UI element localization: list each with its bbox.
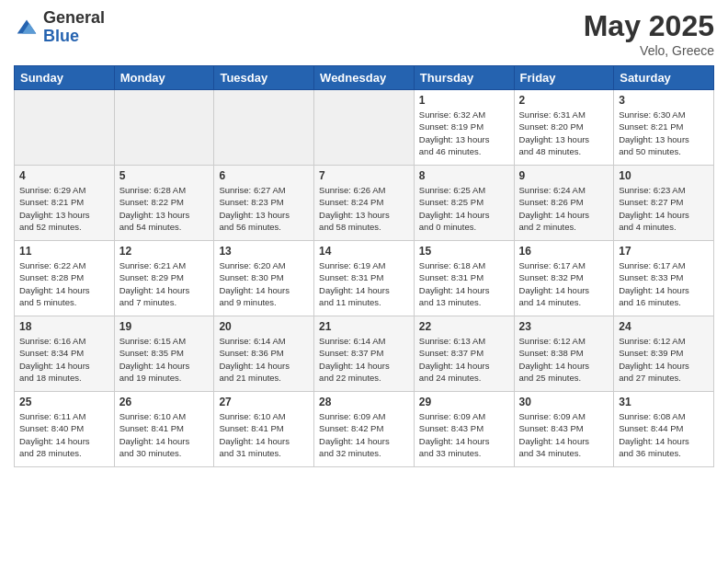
day-info: Sunrise: 6:10 AM Sunset: 8:41 PM Dayligh… [219, 410, 309, 459]
day-number: 13 [219, 245, 309, 258]
day-info: Sunrise: 6:16 AM Sunset: 8:34 PM Dayligh… [19, 335, 109, 384]
calendar-week-4: 18Sunrise: 6:16 AM Sunset: 8:34 PM Dayli… [15, 316, 714, 392]
day-number: 30 [519, 396, 609, 408]
day-info: Sunrise: 6:26 AM Sunset: 8:24 PM Dayligh… [319, 184, 409, 233]
calendar-cell: 2Sunrise: 6:31 AM Sunset: 8:20 PM Daylig… [514, 90, 614, 166]
day-number: 26 [119, 396, 210, 408]
day-info: Sunrise: 6:17 AM Sunset: 8:33 PM Dayligh… [619, 259, 709, 308]
day-number: 17 [619, 245, 709, 258]
day-number: 15 [419, 245, 509, 258]
calendar-cell: 1Sunrise: 6:32 AM Sunset: 8:19 PM Daylig… [414, 90, 514, 166]
calendar-cell: 28Sunrise: 6:09 AM Sunset: 8:42 PM Dayli… [314, 392, 415, 467]
day-info: Sunrise: 6:29 AM Sunset: 8:21 PM Dayligh… [19, 184, 109, 233]
calendar-cell [314, 90, 415, 166]
day-info: Sunrise: 6:31 AM Sunset: 8:20 PM Dayligh… [519, 109, 609, 157]
calendar-cell: 9Sunrise: 6:24 AM Sunset: 8:26 PM Daylig… [514, 166, 614, 241]
calendar-cell: 7Sunrise: 6:26 AM Sunset: 8:24 PM Daylig… [314, 166, 415, 241]
calendar-cell: 8Sunrise: 6:25 AM Sunset: 8:25 PM Daylig… [414, 166, 514, 241]
calendar-cell: 18Sunrise: 6:16 AM Sunset: 8:34 PM Dayli… [15, 316, 115, 392]
day-info: Sunrise: 6:24 AM Sunset: 8:26 PM Dayligh… [519, 184, 609, 233]
day-number: 9 [519, 169, 609, 182]
day-info: Sunrise: 6:09 AM Sunset: 8:43 PM Dayligh… [519, 410, 609, 459]
day-info: Sunrise: 6:27 AM Sunset: 8:23 PM Dayligh… [219, 184, 309, 233]
logo-blue-text: Blue [43, 28, 105, 46]
day-number: 27 [219, 396, 309, 408]
day-info: Sunrise: 6:14 AM Sunset: 8:37 PM Dayligh… [319, 335, 409, 384]
calendar-cell: 14Sunrise: 6:19 AM Sunset: 8:31 PM Dayli… [314, 241, 415, 316]
day-info: Sunrise: 6:19 AM Sunset: 8:31 PM Dayligh… [319, 259, 409, 308]
col-tuesday: Tuesday [214, 66, 314, 90]
calendar-cell: 31Sunrise: 6:08 AM Sunset: 8:44 PM Dayli… [614, 392, 714, 467]
col-wednesday: Wednesday [314, 66, 415, 90]
month-title: May 2025 [584, 9, 714, 43]
calendar-cell: 23Sunrise: 6:12 AM Sunset: 8:38 PM Dayli… [514, 316, 614, 392]
day-info: Sunrise: 6:10 AM Sunset: 8:41 PM Dayligh… [119, 410, 210, 459]
header: General Blue May 2025 Velo, Greece [14, 9, 714, 58]
col-thursday: Thursday [414, 66, 514, 90]
day-number: 16 [519, 245, 609, 258]
day-info: Sunrise: 6:15 AM Sunset: 8:35 PM Dayligh… [119, 335, 210, 384]
calendar-cell: 16Sunrise: 6:17 AM Sunset: 8:32 PM Dayli… [514, 241, 614, 316]
day-info: Sunrise: 6:14 AM Sunset: 8:36 PM Dayligh… [219, 335, 309, 384]
day-info: Sunrise: 6:11 AM Sunset: 8:40 PM Dayligh… [19, 410, 109, 459]
day-number: 7 [319, 169, 409, 182]
location-subtitle: Velo, Greece [584, 43, 714, 58]
day-info: Sunrise: 6:22 AM Sunset: 8:28 PM Dayligh… [19, 259, 109, 308]
day-info: Sunrise: 6:28 AM Sunset: 8:22 PM Dayligh… [119, 184, 210, 233]
calendar-cell: 24Sunrise: 6:12 AM Sunset: 8:39 PM Dayli… [614, 316, 714, 392]
day-number: 14 [319, 245, 409, 258]
calendar-week-5: 25Sunrise: 6:11 AM Sunset: 8:40 PM Dayli… [15, 392, 714, 467]
day-number: 12 [119, 245, 210, 258]
day-number: 29 [419, 396, 509, 408]
day-number: 18 [19, 320, 109, 333]
calendar-cell: 26Sunrise: 6:10 AM Sunset: 8:41 PM Dayli… [114, 392, 214, 467]
calendar-table: Sunday Monday Tuesday Wednesday Thursday… [14, 65, 714, 467]
day-number: 3 [619, 94, 709, 107]
day-info: Sunrise: 6:17 AM Sunset: 8:32 PM Dayligh… [519, 259, 609, 308]
calendar-week-2: 4Sunrise: 6:29 AM Sunset: 8:21 PM Daylig… [15, 166, 714, 241]
logo-text: General Blue [43, 9, 105, 46]
calendar-cell: 25Sunrise: 6:11 AM Sunset: 8:40 PM Dayli… [15, 392, 115, 467]
calendar-cell: 15Sunrise: 6:18 AM Sunset: 8:31 PM Dayli… [414, 241, 514, 316]
day-number: 4 [19, 169, 109, 182]
day-info: Sunrise: 6:23 AM Sunset: 8:27 PM Dayligh… [619, 184, 709, 233]
calendar-cell: 22Sunrise: 6:13 AM Sunset: 8:37 PM Dayli… [414, 316, 514, 392]
day-info: Sunrise: 6:12 AM Sunset: 8:38 PM Dayligh… [519, 335, 609, 384]
calendar-cell: 27Sunrise: 6:10 AM Sunset: 8:41 PM Dayli… [214, 392, 314, 467]
calendar-cell: 19Sunrise: 6:15 AM Sunset: 8:35 PM Dayli… [114, 316, 214, 392]
calendar-week-1: 1Sunrise: 6:32 AM Sunset: 8:19 PM Daylig… [15, 90, 714, 166]
calendar-cell: 10Sunrise: 6:23 AM Sunset: 8:27 PM Dayli… [614, 166, 714, 241]
calendar-cell: 4Sunrise: 6:29 AM Sunset: 8:21 PM Daylig… [15, 166, 115, 241]
day-info: Sunrise: 6:08 AM Sunset: 8:44 PM Dayligh… [619, 410, 709, 459]
col-friday: Friday [514, 66, 614, 90]
calendar-cell [214, 90, 314, 166]
title-block: May 2025 Velo, Greece [584, 9, 714, 58]
day-number: 28 [319, 396, 409, 408]
day-number: 19 [119, 320, 210, 333]
day-number: 1 [419, 94, 509, 107]
day-info: Sunrise: 6:21 AM Sunset: 8:29 PM Dayligh… [119, 259, 210, 308]
calendar-cell [15, 90, 115, 166]
logo-icon [14, 15, 40, 40]
day-number: 10 [619, 169, 709, 182]
day-info: Sunrise: 6:25 AM Sunset: 8:25 PM Dayligh… [419, 184, 509, 233]
day-info: Sunrise: 6:13 AM Sunset: 8:37 PM Dayligh… [419, 335, 509, 384]
logo: General Blue [14, 9, 105, 46]
calendar-cell: 20Sunrise: 6:14 AM Sunset: 8:36 PM Dayli… [214, 316, 314, 392]
day-number: 23 [519, 320, 609, 333]
calendar-header-row: Sunday Monday Tuesday Wednesday Thursday… [15, 66, 714, 90]
day-number: 11 [19, 245, 109, 258]
day-info: Sunrise: 6:30 AM Sunset: 8:21 PM Dayligh… [619, 109, 709, 157]
calendar-cell: 3Sunrise: 6:30 AM Sunset: 8:21 PM Daylig… [614, 90, 714, 166]
logo-general-text: General [43, 9, 105, 28]
calendar-cell: 30Sunrise: 6:09 AM Sunset: 8:43 PM Dayli… [514, 392, 614, 467]
day-number: 25 [19, 396, 109, 408]
day-number: 22 [419, 320, 509, 333]
calendar-cell [114, 90, 214, 166]
day-number: 21 [319, 320, 409, 333]
day-info: Sunrise: 6:32 AM Sunset: 8:19 PM Dayligh… [419, 109, 509, 157]
col-saturday: Saturday [614, 66, 714, 90]
calendar-week-3: 11Sunrise: 6:22 AM Sunset: 8:28 PM Dayli… [15, 241, 714, 316]
calendar-cell: 11Sunrise: 6:22 AM Sunset: 8:28 PM Dayli… [15, 241, 115, 316]
day-number: 24 [619, 320, 709, 333]
